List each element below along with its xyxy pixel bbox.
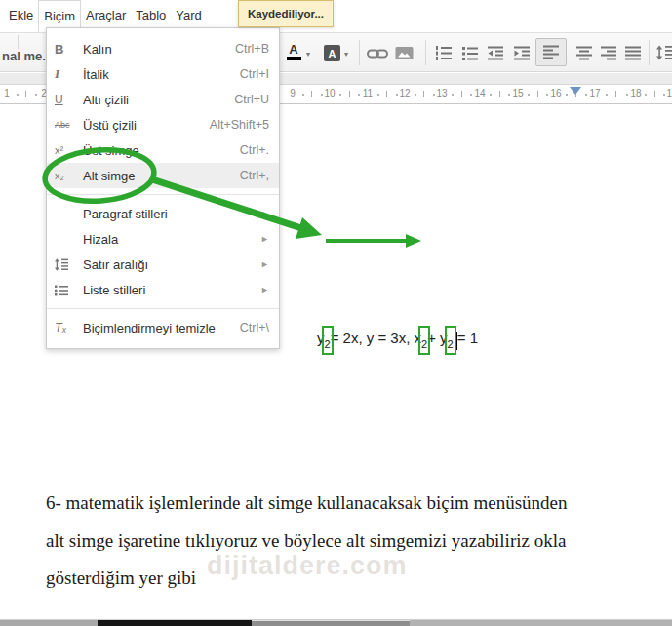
ruler-tick	[663, 94, 665, 96]
ruler-number: 1	[4, 88, 10, 98]
bulleted-list-icon[interactable]	[461, 46, 478, 64]
paragraph-line: 6- matematik işlemlerinde alt simge kull…	[46, 485, 568, 523]
bottom-window-edge	[0, 619, 672, 626]
menu-item-strikethrough[interactable]: AbcÜstü çiziliAlt+Shift+5	[47, 112, 279, 137]
ruler-tick	[645, 94, 647, 96]
ruler-tick	[606, 94, 608, 96]
ruler-tick	[585, 94, 587, 96]
menu-item-list-styles[interactable]: Liste stilleri►	[47, 277, 279, 302]
menu-item-label: İtalik	[83, 67, 240, 82]
window-edge-segment	[0, 620, 98, 626]
ruler-tick	[528, 94, 530, 96]
menu-item-shortcut: Ctrl+.	[240, 143, 269, 157]
menu-item-align[interactable]: Hizala►	[47, 226, 279, 252]
ruler-tick	[35, 94, 37, 96]
ruler-tick	[423, 91, 424, 97]
menu-item-underline[interactable]: UAltı çiziliCtrl+U	[47, 87, 279, 112]
ruler-tick	[499, 91, 500, 97]
insert-image-icon[interactable]	[395, 46, 414, 64]
ruler-tick	[321, 94, 323, 96]
menu-item-label: Üstü çizili	[83, 118, 210, 133]
numbered-list-icon[interactable]	[435, 46, 452, 64]
ruler-number: 9	[290, 88, 296, 98]
menu-item-bold[interactable]: BKalınCtrl+B	[47, 36, 279, 61]
highlight-letter: A	[329, 48, 336, 59]
increase-indent-icon[interactable]	[514, 46, 531, 64]
menu-item-italic[interactable]: IİtalikCtrl+I	[47, 61, 279, 87]
ruler-number: 16	[550, 88, 561, 98]
menu-item-shortcut: Ctrl+B	[235, 42, 269, 56]
text-color-caret-icon[interactable]: ▾	[306, 50, 310, 59]
equation-subscript: 2	[448, 338, 454, 350]
ruler-number: 15	[512, 88, 523, 98]
strikethrough-icon: Abc	[55, 120, 83, 130]
submenu-arrow-icon: ►	[260, 259, 269, 269]
list-styles-icon	[55, 283, 83, 296]
paragraph-line: gösterdiğim yer gibi	[46, 560, 568, 598]
equation-text: = 2x, y = 3x, x	[331, 330, 421, 346]
ruler-tick	[537, 91, 538, 97]
menubar-item-ekle[interactable]: Ekle	[4, 0, 38, 32]
submenu-arrow-icon: ►	[260, 234, 269, 244]
ruler-tick	[461, 91, 462, 97]
superscript-icon: x²	[55, 144, 83, 156]
align-right-icon[interactable]	[601, 46, 617, 64]
line-spacing-icon	[55, 257, 83, 271]
ruler-tick	[490, 94, 492, 96]
window-edge-segment	[252, 620, 410, 626]
ruler-tick	[654, 91, 655, 97]
highlight-color-button[interactable]: A	[324, 45, 340, 61]
decrease-indent-icon[interactable]	[488, 46, 504, 64]
toolbar-divider	[18, 35, 19, 49]
ruler-number: 12	[399, 88, 410, 98]
ruler-tick	[358, 94, 360, 96]
menu-item-paragraph-styles[interactable]: Paragraf stilleri►	[47, 201, 279, 226]
line-spacing-icon[interactable]	[656, 45, 672, 64]
menu-item-shortcut: Alt+Shift+5	[210, 118, 269, 132]
subscript-icon: x₂	[55, 170, 83, 181]
format-menu-list: BKalınCtrl+BIİtalikCtrl+IUAltı çiziliCtr…	[47, 36, 279, 340]
menu-item-label: Üst simge	[83, 143, 240, 158]
menu-item-label: Kalın	[83, 42, 235, 57]
menu-item-shortcut: Ctrl+\	[240, 321, 269, 334]
equation-text: = 1	[457, 330, 478, 346]
text-color-swatch	[287, 57, 301, 60]
menu-item-clear-formatting[interactable]: TₓBiçimlendirmeyi temizleCtrl+\	[47, 315, 279, 340]
ruler-tick	[626, 94, 628, 96]
insert-link-icon[interactable]	[367, 46, 388, 65]
window-edge-segment	[410, 620, 672, 626]
ruler-number: 13	[436, 88, 447, 98]
menu-item-superscript[interactable]: x²Üst simgeCtrl+.	[47, 137, 279, 163]
ruler-number: 18	[630, 88, 641, 98]
menu-separator	[47, 308, 279, 309]
google-docs-window: EkleBiçimAraçlarTabloYard or... Kaydedil…	[0, 0, 672, 626]
ruler-tick	[349, 91, 350, 97]
ruler-tick	[452, 94, 454, 96]
equation-line: y2= 2x, y = 3x, x2+ y2= 1	[317, 330, 478, 350]
text-color-button[interactable]: A	[285, 44, 302, 60]
window-edge-segment	[98, 620, 252, 626]
ruler-tick	[415, 94, 416, 96]
equation-subscript: 2	[325, 338, 331, 350]
menu-item-shortcut: Ctrl+I	[240, 67, 269, 81]
ruler-number: 17	[589, 88, 600, 98]
ruler-number: 10	[324, 88, 335, 98]
menu-item-subscript[interactable]: x₂Alt simgeCtrl+,	[47, 163, 279, 188]
justify-icon[interactable]	[625, 46, 642, 64]
ruler-tick	[508, 94, 510, 96]
align-center-icon[interactable]	[576, 46, 593, 64]
menu-item-line-spacing[interactable]: Satır aralığı►	[47, 252, 279, 277]
align-left-button-selected[interactable]	[535, 38, 567, 66]
bold-icon: B	[55, 42, 83, 57]
format-menu: BKalınCtrl+BIİtalikCtrl+IUAltı çiziliCtr…	[46, 27, 280, 349]
underline-icon: U	[55, 93, 83, 106]
clear-formatting-icon: Tₓ	[55, 321, 83, 334]
submenu-arrow-icon: ►	[260, 285, 269, 294]
menu-item-label: Biçimlendirmeyi temizle	[83, 321, 240, 335]
text-color-letter: A	[289, 44, 297, 56]
menu-item-label: Alt simge	[83, 169, 240, 183]
ruler-indent-marker[interactable]	[570, 87, 581, 95]
equation-subscript: 2	[421, 338, 427, 350]
highlight-caret-icon[interactable]: ▾	[344, 50, 348, 59]
ruler-tick	[17, 94, 19, 96]
